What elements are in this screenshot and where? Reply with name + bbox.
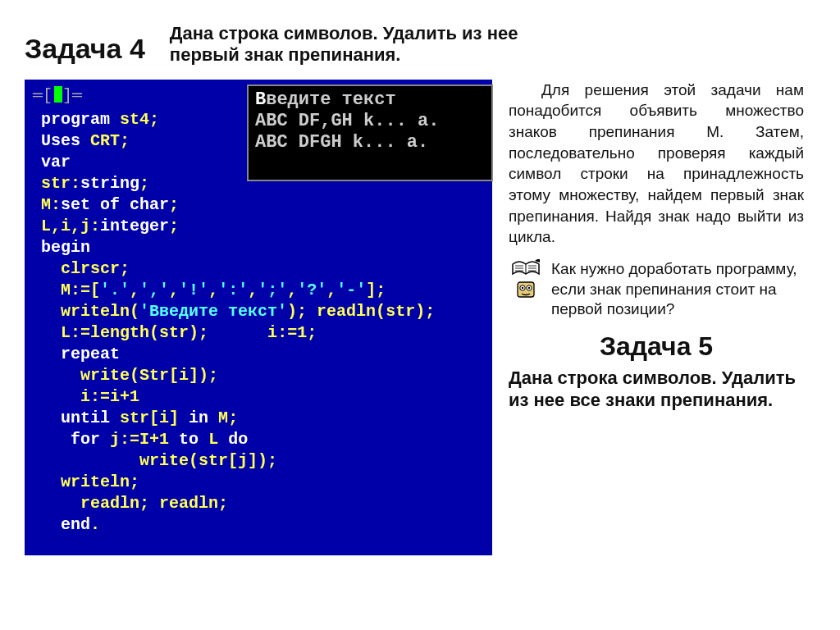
code-line: repeat <box>41 344 468 365</box>
console-line1: Введите текст <box>255 89 485 111</box>
task5-prompt: Дана строка символов. Удалить из нее все… <box>509 367 804 412</box>
ide-border-left: ═[ <box>33 86 52 105</box>
code-line: M:set of char; <box>41 194 468 216</box>
code-line: L,i,j:integer; <box>41 216 468 237</box>
code-line: M:=['.',',','!',':',';','?','-']; <box>41 280 468 301</box>
hint-text: Как нужно доработать программу, если зна… <box>551 259 804 320</box>
task4-prompt-line2: первый знак препинания. <box>170 44 518 66</box>
content-row: ═[]═ program st4;Uses CRT;varstr:string;… <box>25 80 815 555</box>
svg-point-3 <box>522 287 523 289</box>
code-line: writeln; <box>41 472 468 493</box>
hint-row: Как нужно доработать программу, если зна… <box>509 259 804 320</box>
console-output: Введите текст ABC DF,GH k... a. ABC DFGH… <box>247 84 493 181</box>
console-bold-char: В <box>255 89 266 110</box>
code-line: begin <box>41 237 468 258</box>
face-icon <box>514 279 538 302</box>
code-line: i:=i+1 <box>41 386 468 408</box>
code-line: L:=length(str); i:=1; <box>41 322 468 344</box>
task5-title: Задача 5 <box>509 331 804 362</box>
code-line: until str[i] in M; <box>41 408 468 429</box>
console-line1-text: ведите текст <box>266 89 395 110</box>
header-row: Задача 4 Дана строка символов. Удалить и… <box>25 23 815 66</box>
right-column: Для решения этой задачи нам понадобится … <box>509 80 804 555</box>
svg-point-4 <box>528 287 530 289</box>
code-line: clrscr; <box>41 258 468 280</box>
ide-code-inner: ═[]═ program st4;Uses CRT;varstr:string;… <box>30 84 487 550</box>
code-line: write(Str[i]); <box>41 365 468 386</box>
code-line: write(str[j]); <box>41 450 468 472</box>
ide-border-right: ]═ <box>62 86 82 105</box>
explanation-text: Для решения этой задачи нам понадобится … <box>509 80 804 248</box>
hint-icon-stack <box>509 259 543 305</box>
explanation-body: Для решения этой задачи нам понадобится … <box>509 81 804 245</box>
code-line: for j:=I+1 to L do <box>41 429 468 450</box>
ide-code-panel: ═[]═ program st4;Uses CRT;varstr:string;… <box>25 80 492 555</box>
ide-cursor-icon <box>54 86 62 103</box>
code-line: end. <box>41 514 468 536</box>
code-line: readln; readln; <box>41 493 468 514</box>
code-line: writeln('Введите текст'); readln(str); <box>41 301 468 322</box>
book-icon <box>512 259 540 277</box>
console-line2: ABC DF,GH k... a. <box>255 111 485 132</box>
slide-page: Задача 4 Дана строка символов. Удалить и… <box>0 0 840 630</box>
task4-prompt-line1: Дана строка символов. Удалить из нее <box>170 23 518 44</box>
task4-title: Задача 4 <box>25 33 145 65</box>
console-line3: ABC DFGH k... a. <box>255 132 485 153</box>
task4-prompt: Дана строка символов. Удалить из нее пер… <box>170 23 518 66</box>
